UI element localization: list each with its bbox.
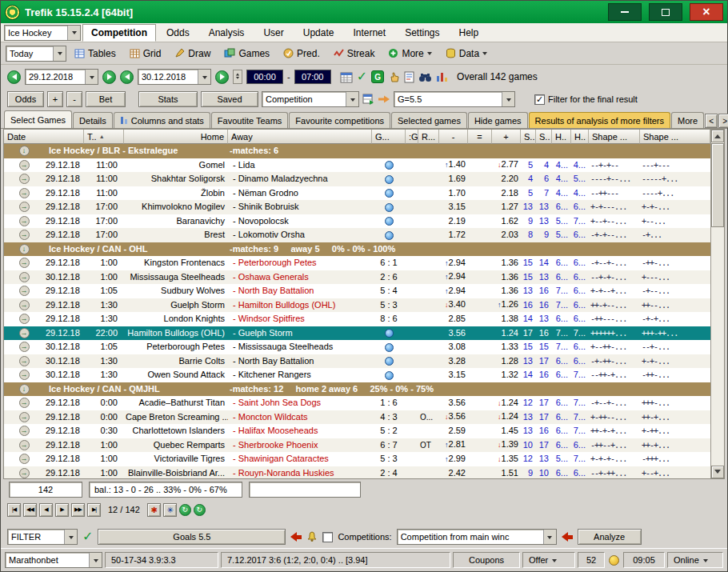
menu-item-analysis[interactable]: Analysis — [200, 24, 254, 42]
minimize-button[interactable] — [608, 3, 642, 21]
go-icon-cell[interactable]: → — [4, 328, 44, 338]
tab-columns-and-stats[interactable]: Columns and stats — [114, 112, 210, 128]
toolbar-button-draw[interactable]: Draw — [169, 46, 216, 62]
collapse-icon[interactable]: ↓ — [19, 244, 30, 254]
go-icon[interactable]: → — [19, 188, 30, 198]
menu-item-update[interactable]: Update — [294, 24, 343, 42]
go-icon-cell[interactable]: → — [4, 230, 44, 240]
note-input[interactable] — [249, 482, 361, 498]
go-icon[interactable]: → — [19, 314, 30, 324]
tab-scroll-left-button[interactable]: < — [705, 114, 718, 128]
column-header-shape-away[interactable]: Shape ... — [640, 130, 710, 144]
go-icon[interactable]: → — [19, 328, 30, 338]
go-icon[interactable]: → — [19, 342, 30, 352]
go-icon-cell[interactable]: → — [4, 468, 44, 478]
today-select[interactable]: Today — [6, 46, 66, 62]
go-icon[interactable]: → — [19, 216, 30, 226]
date-to-select[interactable]: 30.12.2018 — [138, 69, 211, 85]
collapse-icon[interactable]: ↓ — [19, 384, 30, 394]
star-blue-button[interactable]: ✳ — [163, 503, 177, 517]
notes-button[interactable] — [404, 71, 414, 83]
go-icon[interactable]: → — [19, 230, 30, 240]
column-header-result[interactable]: R... — [418, 130, 439, 144]
go-icon-cell[interactable]: → — [4, 258, 44, 268]
go-icon-cell[interactable]: → — [4, 272, 44, 282]
prev-record-button[interactable]: ◀ — [39, 503, 53, 517]
match-row[interactable]: →30.12.181:05Peterborough Petes- Mississ… — [4, 340, 710, 354]
column-header-home-win[interactable]: - — [439, 130, 468, 144]
match-row[interactable]: →29.12.1817:00Khimvolokno Mogilev- Shini… — [4, 200, 710, 214]
toolbar-button-tables[interactable]: Tables — [69, 46, 122, 62]
prev-date-from-button[interactable] — [7, 70, 21, 84]
menu-item-user[interactable]: User — [254, 24, 292, 42]
go-icon-cell[interactable]: → — [4, 356, 44, 366]
tab-hide-games[interactable]: Hide games — [468, 112, 528, 128]
plus-button[interactable]: + — [47, 91, 63, 107]
analyze-button[interactable]: Analyze — [578, 529, 642, 545]
search-button[interactable] — [418, 72, 432, 82]
online-dropdown[interactable]: Online — [667, 552, 723, 568]
goals-filter-button[interactable]: Goals 5.5 — [98, 529, 286, 545]
column-header-date[interactable]: Date — [4, 130, 84, 144]
match-row[interactable]: →29.12.181:00Quebec Remparts- Sherbrooke… — [4, 438, 710, 453]
column-header-home[interactable]: Home — [124, 130, 228, 144]
column-header-away[interactable]: Away — [228, 130, 372, 144]
competition-select[interactable]: Competition — [262, 91, 359, 107]
count-input[interactable]: 142 — [9, 482, 82, 498]
go-icon-cell[interactable]: → — [4, 216, 44, 226]
close-button[interactable]: × — [690, 3, 723, 21]
column-header-time[interactable]: T..▲ — [84, 130, 124, 144]
go-icon-cell[interactable]: → — [4, 300, 44, 310]
toolbar-button-games[interactable]: Games — [218, 46, 275, 62]
bookmaker-select[interactable]: Marathonbet — [5, 552, 102, 568]
coupons-button[interactable]: Coupons — [453, 552, 520, 568]
last-record-button[interactable]: ▶| — [87, 503, 101, 517]
calendar-button[interactable] — [340, 71, 353, 83]
menu-item-settings[interactable]: Settings — [396, 24, 448, 42]
tab-more[interactable]: More — [671, 112, 704, 128]
tab-results-of-analysis[interactable]: Results of analysis of more filters — [529, 112, 670, 128]
go-icon-cell[interactable]: → — [4, 342, 44, 352]
match-row[interactable]: →29.12.1817:00Brest- Lokomotiv Orsha1.72… — [4, 228, 710, 242]
match-row[interactable]: →29.12.1811:00Žlobin- Nëman Grodno1.702.… — [4, 186, 710, 201]
match-row[interactable]: →29.12.1811:00Gomel- Lida↑1.40↓2.77544..… — [4, 158, 710, 173]
group-header-row[interactable]: ↓Ice Hockey / BLR - Ekstralegue-matches:… — [4, 144, 710, 158]
go-icon[interactable]: → — [19, 300, 30, 310]
go-icon[interactable]: → — [19, 258, 30, 268]
time-from-field[interactable]: 00:00 — [246, 70, 283, 84]
toolbar-button-data[interactable]: Data — [440, 46, 493, 62]
bet-button[interactable]: Bet — [86, 91, 126, 107]
go-icon[interactable]: → — [19, 160, 30, 170]
go-icon-cell[interactable]: → — [4, 454, 44, 464]
match-row[interactable]: →29.12.1822:00Hamilton Bulldogs (OHL)- G… — [4, 326, 710, 341]
column-header-away-win[interactable]: + — [492, 130, 521, 144]
tab-selected-games[interactable]: Selected games — [391, 112, 467, 128]
match-row[interactable]: →29.12.181:00Victoriaville Tigres- Shawi… — [4, 452, 710, 466]
scroll-down-button[interactable] — [711, 466, 724, 478]
offer-dropdown[interactable]: Offer — [522, 552, 575, 568]
tab-scroll-right-button[interactable]: > — [718, 114, 728, 128]
next-date-from-button[interactable] — [102, 70, 116, 84]
next-page-button[interactable]: ▶▶ — [71, 503, 85, 517]
go-icon-cell[interactable]: → — [4, 160, 44, 170]
apply-check-button[interactable]: ✓ — [357, 70, 367, 83]
go-icon[interactable]: → — [19, 454, 30, 464]
match-row[interactable]: →29.12.180:30Charlottetown Islanders- Ha… — [4, 424, 710, 438]
scroll-up-button[interactable] — [711, 130, 724, 142]
tab-favourite-competitions[interactable]: Favourite competitions — [289, 112, 390, 128]
export-button[interactable] — [362, 94, 374, 105]
go-icon-cell[interactable]: → — [4, 370, 44, 380]
match-row[interactable]: →29.12.181:00Kingston Frontenacs- Peterb… — [4, 256, 710, 270]
refresh-all-button[interactable]: ↻ — [194, 504, 206, 516]
toolbar-button-grid[interactable]: Grid — [124, 46, 167, 62]
menu-item-competition[interactable]: Competition — [82, 24, 156, 42]
go-icon[interactable]: → — [19, 412, 30, 422]
column-header-goals[interactable]: G... — [372, 130, 406, 144]
go-icon[interactable]: → — [19, 174, 30, 184]
match-row[interactable]: →29.12.180:00Acadie–Bathurst Titan- Sain… — [4, 396, 710, 410]
match-row[interactable]: →29.12.181:00Blainville-Boisbriand Ar...… — [4, 466, 710, 479]
match-row[interactable]: →29.12.181:05Sudbury Wolves- North Bay B… — [4, 284, 710, 298]
menu-item-internet[interactable]: Internet — [344, 24, 394, 42]
next-date-to-button[interactable] — [215, 70, 229, 84]
sport-select[interactable]: Ice Hockey — [4, 25, 81, 41]
